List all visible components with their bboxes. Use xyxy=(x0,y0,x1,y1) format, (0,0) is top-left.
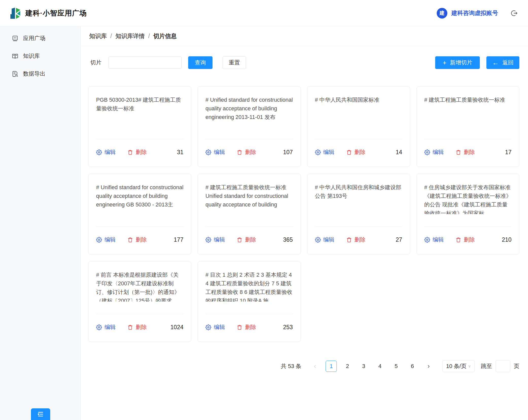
trash-icon xyxy=(127,237,133,243)
edit-button[interactable]: 编辑 xyxy=(315,148,335,156)
edit-button[interactable]: 编辑 xyxy=(205,236,225,243)
delete-button[interactable]: 删除 xyxy=(346,148,366,156)
card-footer: 编辑 删除 31 xyxy=(96,139,183,167)
slice-card-text: # 目次 1 总则 2 术语 2 3 基本规定 4 4 建筑工程质量验收的划分 … xyxy=(205,271,293,302)
page-unit-label: 页 xyxy=(514,362,519,370)
slice-card-text: # 建筑工程施工质量验收统一标准 xyxy=(424,96,512,127)
delete-button[interactable]: 删除 xyxy=(237,148,256,156)
delete-button[interactable]: 删除 xyxy=(455,148,475,156)
gear-icon xyxy=(315,149,321,155)
delete-button[interactable]: 删除 xyxy=(455,236,475,243)
edit-button[interactable]: 编辑 xyxy=(315,236,335,243)
slice-filter-label: 切片 xyxy=(90,59,101,66)
reset-button[interactable]: 重置 xyxy=(223,56,246,69)
trash-icon xyxy=(346,237,352,243)
edit-button[interactable]: 编辑 xyxy=(96,236,116,243)
slice-card: # Unified standard for constructional qu… xyxy=(198,86,301,167)
query-button[interactable]: 查询 xyxy=(188,56,213,69)
sidebar-item-label: 数据导出 xyxy=(23,70,45,78)
app-title: 建科·小智应用广场 xyxy=(25,8,87,18)
slice-card-text: # 住房城乡建设部关于发布国家标准《建筑工程施工质量验收统一标准》的公告 现批准… xyxy=(424,183,512,214)
gear-icon xyxy=(96,324,102,330)
chevron-down-icon: ∨ xyxy=(468,364,471,369)
gear-icon xyxy=(205,149,211,155)
edit-button[interactable]: 编辑 xyxy=(205,323,225,331)
jump-to-label: 跳至 xyxy=(481,362,492,370)
gear-icon xyxy=(205,237,211,243)
trash-icon xyxy=(127,149,133,155)
menu-fold-icon xyxy=(37,410,44,418)
delete-button[interactable]: 删除 xyxy=(127,148,147,156)
delete-button[interactable]: 删除 xyxy=(346,236,366,243)
breadcrumb-separator: / xyxy=(110,33,112,40)
gear-icon xyxy=(96,237,102,243)
breadcrumb-knowledge-base-detail[interactable]: 知识库详情 xyxy=(115,32,145,40)
edit-button[interactable]: 编辑 xyxy=(205,148,225,156)
pagination-page-1[interactable]: 1 xyxy=(326,361,337,372)
page: 建科·小智应用广场 建 建科咨询虚拟账号 应用广场 xyxy=(0,0,528,420)
slice-card: # 住房城乡建设部关于发布国家标准《建筑工程施工质量验收统一标准》的公告 现批准… xyxy=(416,174,519,254)
slice-card: # 建筑工程施工质量验收统一标准 Unified standard for co… xyxy=(198,174,301,254)
gear-icon xyxy=(424,237,430,243)
pagination-page-2[interactable]: 2 xyxy=(342,361,353,372)
back-button[interactable]: ← 返回 xyxy=(486,56,519,69)
edit-button[interactable]: 编辑 xyxy=(424,236,444,243)
edit-button[interactable]: 编辑 xyxy=(96,148,116,156)
trash-icon xyxy=(127,324,133,330)
trash-icon xyxy=(237,237,242,243)
main-content: 知识库 / 知识库详情 / 切片信息 切片 查询 重置 + 新增切片 ← 返回 xyxy=(81,26,528,420)
card-footer: 编辑 删除 1024 xyxy=(96,314,183,342)
card-footer: 编辑 删除 27 xyxy=(315,227,402,254)
breadcrumb-separator: / xyxy=(148,33,150,40)
page-size-select[interactable]: 10 条/页 ∨ xyxy=(442,360,475,372)
trash-icon xyxy=(455,149,461,155)
arrow-left-icon: ← xyxy=(492,59,499,66)
delete-button[interactable]: 删除 xyxy=(127,236,147,243)
slice-count: 17 xyxy=(505,149,512,156)
card-footer: 编辑 删除 177 xyxy=(96,227,183,254)
sidebar-item-label: 应用广场 xyxy=(23,34,45,42)
slice-count: 1024 xyxy=(170,324,183,331)
avatar[interactable]: 建 xyxy=(437,8,447,19)
jump-to-page-input[interactable] xyxy=(496,360,510,372)
sidebar-item-app-plaza[interactable]: 应用广场 xyxy=(0,29,80,47)
edit-button[interactable]: 编辑 xyxy=(96,323,116,331)
account-name[interactable]: 建科咨询虚拟账号 xyxy=(451,9,498,17)
trash-icon xyxy=(455,237,461,243)
slice-count: 253 xyxy=(283,324,293,331)
pagination-next-button[interactable]: › xyxy=(423,361,434,372)
logout-icon[interactable] xyxy=(511,10,518,17)
slice-count: 177 xyxy=(174,236,183,243)
pagination-page-6[interactable]: 6 xyxy=(407,361,418,372)
slice-card: # 目次 1 总则 2 术语 2 3 基本规定 4 4 建筑工程质量验收的划分 … xyxy=(198,261,301,342)
trash-icon xyxy=(346,149,352,155)
slice-search-input[interactable] xyxy=(109,57,182,69)
delete-button[interactable]: 删除 xyxy=(237,323,256,331)
book-icon xyxy=(12,53,19,60)
sidebar: 应用广场 知识库 数据导出 xyxy=(0,26,81,420)
sidebar-item-data-export[interactable]: 数据导出 xyxy=(0,65,80,83)
slice-card-text: # Unified standard for constructional qu… xyxy=(205,96,293,127)
slice-card: PGB 50300-2013# 建筑工程施工质量验收统一标准 编辑 删除 31 xyxy=(88,86,191,167)
add-slice-button[interactable]: + 新增切片 xyxy=(435,56,480,69)
card-footer: 编辑 删除 365 xyxy=(205,227,293,254)
app-logo-icon xyxy=(9,7,21,19)
slice-count: 14 xyxy=(396,149,402,156)
sidebar-collapse-button[interactable] xyxy=(31,408,50,420)
slice-card-text: # Unified standard for constructional qu… xyxy=(96,183,183,214)
edit-button[interactable]: 编辑 xyxy=(424,148,444,156)
pagination: 共 53 条 ‹ 123456 › 10 条/页 ∨ 跳至 页 xyxy=(81,360,519,372)
gear-icon xyxy=(315,237,321,243)
slice-count: 365 xyxy=(283,236,293,243)
sidebar-item-label: 知识库 xyxy=(23,52,40,60)
pagination-prev-button[interactable]: ‹ xyxy=(309,361,321,372)
card-footer: 编辑 删除 17 xyxy=(424,139,512,167)
pagination-page-4[interactable]: 4 xyxy=(374,361,385,372)
delete-button[interactable]: 删除 xyxy=(127,323,147,331)
delete-button[interactable]: 删除 xyxy=(237,236,256,243)
pagination-page-3[interactable]: 3 xyxy=(358,361,369,372)
pagination-page-5[interactable]: 5 xyxy=(391,361,402,372)
gear-icon xyxy=(424,149,430,155)
sidebar-item-knowledge-base[interactable]: 知识库 xyxy=(0,47,80,65)
breadcrumb-knowledge-base[interactable]: 知识库 xyxy=(89,32,107,40)
